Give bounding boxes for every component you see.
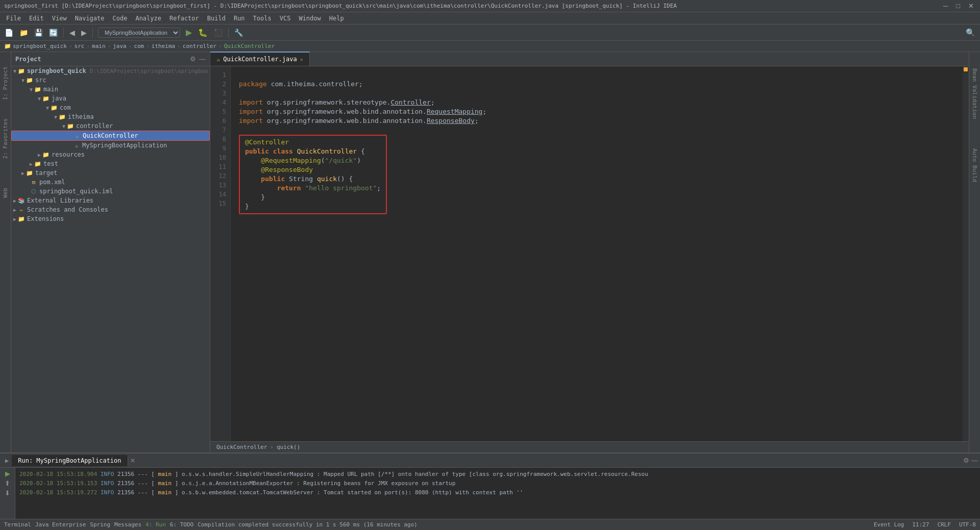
java-icon: ☕ [216,56,220,63]
tree-item-quickcontroller[interactable]: ☕ QuickController [11,131,210,141]
toolbar-sync[interactable]: 🔄 [46,28,60,38]
tree-label: itheima [68,113,94,120]
run-down-btn[interactable]: ⬇ [5,489,10,497]
arrow-icon: ▶ [13,198,16,204]
breadcrumb-springboot-quick[interactable]: 📁 springboot_quick [4,43,67,49]
scrollbar-track[interactable] [963,66,969,441]
breadcrumb-itheima[interactable]: itheima [152,43,175,49]
arrow-icon: ▼ [13,68,16,74]
debug-button[interactable]: 🐛 [195,27,210,38]
java-file-icon: ☕ [72,141,81,149]
menu-item-edit[interactable]: Edit [25,14,48,23]
sep1 [63,28,64,38]
arrow-icon: ▶ [13,216,16,222]
arrow-icon: ▼ [46,105,49,111]
arrow-icon: ▶ [30,161,33,167]
code-content[interactable]: package com.itheima.controller; import o… [231,66,969,441]
menu-item-run[interactable]: Run [230,14,249,23]
bottom-settings-btn[interactable]: ⚙ [963,457,969,464]
tree-item-java[interactable]: ▼ 📁 java [11,94,210,103]
breadcrumb-class: QuickController [216,444,267,450]
run-button[interactable]: ▶ [183,27,194,38]
tree-item-external-libs[interactable]: ▶ 📚 External Libraries [11,196,210,205]
tree-item-pomxml[interactable]: m pom.xml [11,178,210,187]
menu-item-tools[interactable]: Tools [249,14,276,23]
tab-close-run[interactable]: ✕ [128,457,137,464]
menu-item-build[interactable]: Build [203,14,230,23]
messages-btn[interactable]: Messages [114,521,141,528]
toolbar-forward[interactable]: ▶ [79,28,89,38]
arrow-icon: ▶ [38,152,41,158]
stop-button[interactable]: ⬛ [211,28,225,38]
sidebar-tab-favorites[interactable]: 2: Favorites [2,114,9,163]
close-button[interactable]: ✕ [966,2,976,10]
tree-item-target[interactable]: ▶ 📁 target [11,168,210,178]
right-tab-auto-build[interactable]: Auto Build [971,144,978,186]
spring-btn[interactable]: Spring [90,521,110,528]
tab-close-btn[interactable]: ✕ [300,57,303,62]
sidebar-tab-project[interactable]: 1: Project [2,62,9,104]
menu-item-analyze[interactable]: Analyze [131,14,165,23]
tab-quickcontroller[interactable]: ☕ QuickController.java ✕ [210,52,310,66]
tree-label: pom.xml [39,179,65,186]
menu-item-code[interactable]: Code [109,14,132,23]
tree-item-main[interactable]: ▼ 📁 main [11,85,210,94]
arrow-icon: ▼ [54,114,57,120]
tree-item-com[interactable]: ▼ 📁 com [11,103,210,112]
breadcrumb-quickcontroller[interactable]: QuickController [224,43,275,49]
tree-item-extensions[interactable]: ▶ 📁 Extensions [11,214,210,223]
toolbar-back[interactable]: ◀ [67,28,78,38]
tree-item-test[interactable]: ▶ 📁 test [11,159,210,168]
sidebar-tab-web[interactable]: Web [2,184,9,202]
run-config-select[interactable]: MySpringBootApplication [98,28,180,38]
run-icon[interactable]: ▶ [2,455,12,466]
breadcrumb-com[interactable]: com [134,43,144,49]
bottom-collapse-btn[interactable]: — [971,457,978,464]
menu-item-file[interactable]: File [2,14,25,23]
file-tree: ▼ 📁 springboot_quick D:\IDEAProject\spri… [11,66,210,452]
run-btn[interactable]: 4: Run [145,521,166,528]
arrow-icon: ▼ [21,78,24,83]
tab-run[interactable]: Run: MySpringBootApplication [12,455,128,466]
java-enterprise-btn[interactable]: Java Enterprise [35,521,86,528]
run-up-btn[interactable]: ⬆ [5,479,10,487]
menu-item-help[interactable]: Help [325,14,348,23]
panel-settings-btn[interactable]: ⚙ [190,55,196,63]
event-log-btn[interactable]: Event Log [874,521,904,528]
right-tab-bean-validation[interactable]: Bean Validation [971,64,978,123]
tree-item-scratches[interactable]: ▶ ✏ Scratches and Consoles [11,205,210,214]
tree-item-controller[interactable]: ▼ 📁 controller [11,121,210,131]
todo-btn[interactable]: 6: TODO [170,521,193,528]
breadcrumb-main[interactable]: main [92,43,106,49]
minimize-button[interactable]: ─ [941,2,950,10]
toolbar-save[interactable]: 💾 [32,28,45,38]
folder-icon: 📁 [50,104,58,112]
breadcrumb-java[interactable]: java [113,43,127,49]
terminal-btn[interactable]: Terminal [4,521,31,528]
line-ending-display[interactable]: CRLF [937,521,951,528]
breadcrumb-src[interactable]: src [75,43,85,49]
menu-item-refactor[interactable]: Refactor [165,14,203,23]
tree-item-resources[interactable]: ▶ 📁 resources [11,150,210,159]
menu-item-window[interactable]: Window [295,14,325,23]
panel-collapse-btn[interactable]: — [199,55,206,63]
arrow-icon: ▶ [13,207,16,213]
menu-item-navigate[interactable]: Navigate [71,14,109,23]
menu-item-vcs[interactable]: VCS [276,14,295,23]
tree-item-myspringbootapp[interactable]: ☕ MySpringBootApplication [11,141,210,150]
compilation-msg: Compilation completed successfully in 1 … [198,521,417,528]
menu-item-view[interactable]: View [48,14,71,23]
tree-item-iml[interactable]: ⬡ springboot_quick.iml [11,187,210,196]
toolbar-search[interactable]: 🔍 [963,27,978,38]
toolbar-new[interactable]: 📄 [2,28,16,38]
tree-item-itheima[interactable]: ▼ 📁 itheima [11,112,210,121]
toolbar-open[interactable]: 📁 [17,28,31,38]
tree-item-springboot-quick[interactable]: ▼ 📁 springboot_quick D:\IDEAProject\spri… [11,66,210,75]
encoding-display[interactable]: UTF-8 [959,521,976,528]
tree-item-src[interactable]: ▼ 📁 src [11,75,210,85]
breadcrumb-controller[interactable]: controller [183,43,216,49]
code-editor[interactable]: 1 2 3 4 5 6 7 8 9 10 11 12 13 14 15 pack… [210,66,969,441]
run-restart-btn[interactable]: ▶ [5,470,10,477]
toolbar-settings[interactable]: 🔧 [232,28,246,38]
maximize-button[interactable]: □ [954,2,962,10]
